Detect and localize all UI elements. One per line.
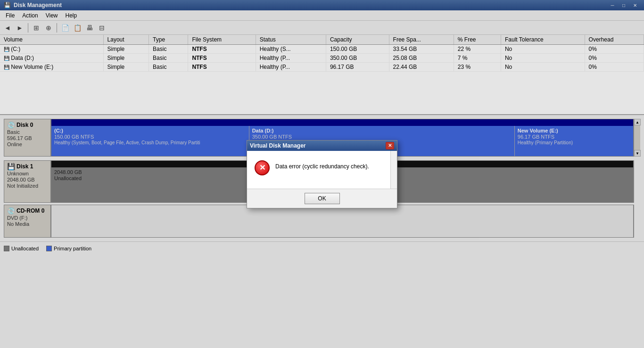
dialog-body: Data error (cyclic redundancy check). bbox=[247, 151, 390, 189]
dialog-titlebar: Virtual Disk Manager ✕ bbox=[247, 141, 397, 151]
dialog-scrollbar bbox=[390, 151, 397, 189]
error-dialog: Virtual Disk Manager ✕ Data error (cycli… bbox=[247, 140, 397, 208]
dialog-close-button[interactable]: ✕ bbox=[386, 142, 394, 149]
error-icon bbox=[255, 160, 270, 175]
dialog-message: Data error (cyclic redundancy check). bbox=[275, 160, 369, 171]
dialog-title: Virtual Disk Manager bbox=[250, 142, 306, 149]
dialog-ok-button[interactable]: OK bbox=[305, 193, 340, 204]
modal-overlay: Virtual Disk Manager ✕ Data error (cycli… bbox=[0, 0, 644, 348]
dialog-footer: OK bbox=[247, 189, 397, 208]
